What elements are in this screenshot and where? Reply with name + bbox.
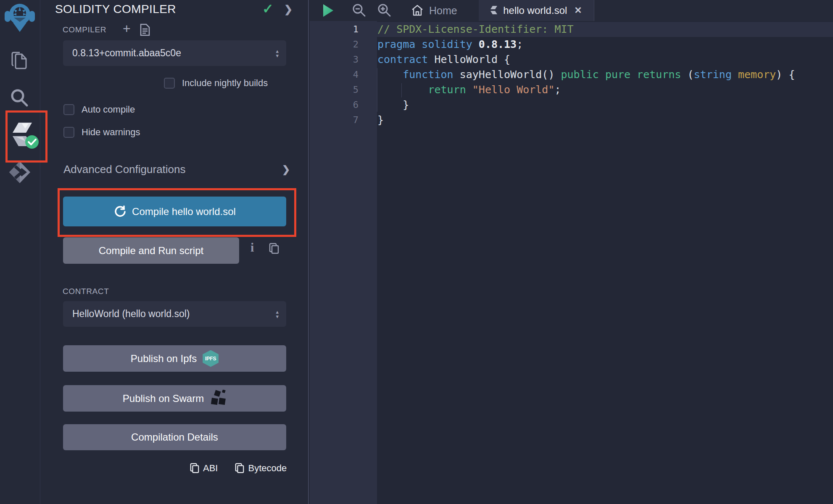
code-line[interactable]: 3contract HelloWorld { (310, 52, 833, 67)
remix-logo-icon[interactable] (5, 2, 35, 33)
abi-label: ABI (203, 463, 218, 474)
home-tab-label: Home (429, 5, 457, 17)
copy-script-icon[interactable] (269, 243, 279, 255)
home-icon (411, 4, 424, 17)
icon-sidebar (0, 0, 40, 504)
editor-toolbar: Home hello world.sol ✕ (310, 0, 833, 21)
line-number: 6 (310, 97, 377, 113)
line-content: function sayHelloWorld() public pure ret… (377, 67, 795, 82)
info-icon[interactable]: i (250, 240, 254, 255)
hide-warnings-checkbox-row[interactable]: Hide warnings (63, 127, 140, 138)
zoom-in-icon[interactable] (377, 3, 392, 18)
line-number: 2 (310, 37, 377, 52)
compiler-version-select[interactable]: 0.8.13+commit.abaa5c0e ▴▾ (63, 40, 286, 66)
code-line[interactable]: 2pragma solidity 0.8.13; (310, 37, 833, 52)
compile-and-run-button[interactable]: Compile and Run script (63, 237, 239, 264)
panel-title: SOLIDITY COMPILER (55, 3, 176, 16)
copy-artifacts-row: ABI Bytecode (190, 463, 287, 474)
add-compiler-icon[interactable]: + (123, 21, 131, 37)
file-tab-label: hello world.sol (503, 5, 567, 16)
compilation-details-label: Compilation Details (131, 431, 218, 443)
file-explorer-icon[interactable] (10, 50, 30, 71)
auto-compile-checkbox[interactable] (63, 104, 74, 115)
contract-select-value: HelloWorld (hello world.sol) (72, 308, 190, 320)
hide-warnings-checkbox[interactable] (63, 127, 74, 138)
code-editor: Home hello world.sol ✕ 1// SPDX-License-… (310, 0, 833, 504)
solidity-compiler-icon[interactable] (13, 123, 40, 150)
line-content: // SPDX-License-Identifier: MIT (377, 22, 574, 37)
compile-and-run-label: Compile and Run script (99, 245, 203, 257)
ipfs-icon: IPFS (203, 350, 219, 367)
compiler-doc-icon[interactable] (140, 24, 150, 36)
auto-compile-label: Auto compile (82, 104, 135, 115)
code-line[interactable]: 5 return "Hello World"; (310, 82, 833, 97)
tab-hello-world-sol[interactable]: hello world.sol ✕ (479, 0, 594, 21)
publish-ipfs-button[interactable]: Publish on Ipfs IPFS (63, 345, 286, 372)
remix-ide: SOLIDITY COMPILER ✓ ❯ COMPILER + 0.8.13+… (0, 0, 833, 504)
include-nightly-label: Include nightly builds (182, 78, 268, 89)
advanced-configurations-toggle[interactable]: Advanced Configurations (63, 163, 186, 176)
close-tab-icon[interactable]: ✕ (574, 5, 582, 16)
line-number: 3 (310, 52, 377, 67)
compile-success-check-icon: ✓ (262, 1, 274, 17)
solidity-file-icon (490, 6, 498, 15)
line-number: 7 (310, 113, 377, 128)
swarm-icon (210, 390, 227, 407)
line-content: return "Hello World"; (377, 82, 561, 97)
compile-button[interactable]: Compile hello world.sol (63, 197, 286, 226)
compiler-section-label: COMPILER (63, 25, 106, 34)
select-stepper-icon: ▴▾ (276, 49, 279, 58)
code-area: 1// SPDX-License-Identifier: MIT2pragma … (310, 21, 833, 504)
auto-compile-checkbox-row[interactable]: Auto compile (63, 104, 135, 115)
include-nightly-checkbox[interactable] (164, 78, 175, 89)
line-content: pragma solidity 0.8.13; (377, 37, 523, 52)
bytecode-label: Bytecode (248, 463, 287, 474)
run-script-play-icon[interactable] (322, 4, 334, 17)
tab-home[interactable]: Home (408, 0, 461, 21)
publish-ipfs-label: Publish on Ipfs (131, 353, 197, 365)
compiler-version-value: 0.8.13+commit.abaa5c0e (72, 47, 181, 59)
include-nightly-checkbox-row[interactable]: Include nightly builds (164, 78, 268, 89)
line-content: } (377, 113, 384, 128)
compilation-details-button[interactable]: Compilation Details (63, 424, 286, 450)
line-content: } (377, 97, 409, 113)
publish-swarm-button[interactable]: Publish on Swarm (63, 385, 286, 412)
copy-icon (190, 463, 200, 474)
hide-warnings-label: Hide warnings (82, 127, 140, 138)
line-number: 5 (310, 82, 377, 97)
copy-icon (235, 463, 245, 474)
code-line[interactable]: 1// SPDX-License-Identifier: MIT (310, 22, 833, 37)
code-line[interactable]: 6 } (310, 97, 833, 113)
zoom-out-icon[interactable] (351, 3, 366, 18)
solidity-compiler-panel: SOLIDITY COMPILER ✓ ❯ COMPILER + 0.8.13+… (40, 0, 309, 504)
search-icon[interactable] (9, 87, 29, 108)
compile-button-label: Compile hello world.sol (132, 206, 236, 218)
copy-abi-link[interactable]: ABI (190, 463, 218, 474)
publish-swarm-label: Publish on Swarm (123, 393, 204, 404)
advanced-chevron-icon[interactable]: ❯ (282, 164, 290, 175)
code-lines: 1// SPDX-License-Identifier: MIT2pragma … (310, 22, 833, 128)
line-content: contract HelloWorld { (377, 52, 510, 67)
contract-section-label: CONTRACT (63, 287, 109, 296)
code-line[interactable]: 4 function sayHelloWorld() public pure r… (310, 67, 833, 82)
line-number: 4 (310, 67, 377, 82)
refresh-icon (113, 205, 126, 218)
contract-select[interactable]: HelloWorld (hello world.sol) ▴▾ (63, 301, 286, 327)
deploy-run-icon[interactable] (9, 161, 30, 183)
line-number: 1 (310, 22, 377, 37)
select-stepper-icon: ▴▾ (276, 310, 279, 319)
copy-bytecode-link[interactable]: Bytecode (235, 463, 287, 474)
code-line[interactable]: 7} (310, 113, 833, 128)
panel-collapse-chevron-icon[interactable]: ❯ (284, 3, 293, 15)
